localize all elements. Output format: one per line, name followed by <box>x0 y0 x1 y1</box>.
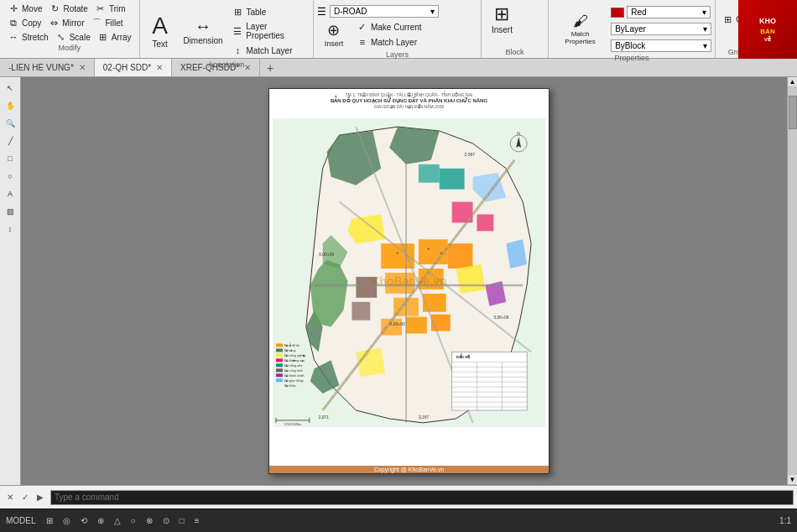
svg-rect-27 <box>352 302 370 321</box>
layer-dropdown[interactable]: D-ROAD ▾ <box>330 5 439 18</box>
block-label: Block <box>485 48 544 56</box>
move-button[interactable]: ✛ Move <box>5 2 44 15</box>
block-group: ⊞ Insert Block <box>482 0 549 58</box>
table-icon: ⊞ <box>232 6 243 18</box>
dimension-icon: ↔ <box>195 18 211 34</box>
text-icon: A <box>152 14 168 38</box>
map-svg: 2,567 X,00+00 5,06+06 2,971 3,167 X,00+0… <box>273 114 545 431</box>
svg-rect-23 <box>440 169 465 190</box>
properties-status[interactable]: ≡ <box>192 514 202 527</box>
match-layer2-button[interactable]: ≡ Match Layer <box>354 35 425 49</box>
selection-status[interactable]: □ <box>177 514 187 527</box>
zoom-level[interactable]: 1:1 <box>777 514 794 527</box>
stretch-button[interactable]: ↔ Stretch <box>5 30 51 44</box>
layer-icon: ☰ <box>317 6 326 18</box>
color-dropdown[interactable]: Red ▾ <box>627 6 711 18</box>
make-current-button[interactable]: ✓ Make Current <box>354 20 425 34</box>
lineweight-dropdown[interactable]: ByBlock ▾ <box>611 39 711 52</box>
khobanve-logo: KHO BÁN VẼ <box>738 0 797 59</box>
ortho-status[interactable]: ⟲ <box>78 514 90 527</box>
svg-rect-72 <box>276 368 283 372</box>
svg-text:Đất thương mại: Đất thương mại <box>284 359 305 362</box>
insert-button[interactable]: ⊕ Insert <box>317 19 351 50</box>
color-swatch <box>611 8 624 18</box>
trim-button[interactable]: ✂ Trim <box>92 2 128 15</box>
properties-group: 🖌 Match Properties Red ▾ ByLayer ▾ <box>549 0 716 58</box>
mirror-icon: ⇔ <box>48 17 60 29</box>
select-tool[interactable]: ↖ <box>2 81 18 96</box>
cmd-check-button[interactable]: ✓ <box>18 491 32 504</box>
svg-text:2,567: 2,567 <box>465 153 476 157</box>
grid-status[interactable]: ⊞ <box>44 514 55 527</box>
table-button[interactable]: ⊞ Table <box>229 5 310 18</box>
dim-tool[interactable]: ↕ <box>2 222 18 237</box>
svg-text:2,971: 2,971 <box>319 415 330 420</box>
snap-status[interactable]: ◎ <box>60 514 73 527</box>
scroll-up[interactable]: ▲ <box>788 77 797 87</box>
fillet-button[interactable]: ⌒ Fillet <box>88 16 125 29</box>
rect-tool[interactable]: □ <box>2 151 18 166</box>
otrack-status[interactable]: ○ <box>128 514 138 527</box>
scroll-down[interactable]: ▼ <box>788 475 797 485</box>
make-current-icon: ✓ <box>357 21 368 33</box>
hatch-tool[interactable]: ▨ <box>2 204 18 219</box>
scroll-thumb[interactable] <box>789 96 797 129</box>
pan-tool[interactable]: ✋ <box>2 98 18 113</box>
svg-text:⊙: ⊙ <box>440 251 442 255</box>
scroll-track[interactable] <box>788 87 797 475</box>
svg-rect-22 <box>477 214 494 231</box>
lineweight-status[interactable]: ⊗ <box>143 514 155 527</box>
match-layer-icon: ↕ <box>232 44 243 56</box>
annotation-group: A Text ↔ Dimension ⊞ Table ☰ Layer Prope… <box>140 0 314 58</box>
cmd-x-button[interactable]: ✕ <box>3 491 17 504</box>
transparency-status[interactable]: ⊙ <box>160 514 172 527</box>
svg-text:Đất khác: Đất khác <box>284 384 296 388</box>
copyright-bar: Copyright @ KhoBanVe.vn <box>269 466 549 473</box>
insert-block-icon: ⊞ <box>494 5 509 23</box>
zoom-tool[interactable]: 🔍 <box>2 116 18 131</box>
svg-rect-16 <box>406 317 427 334</box>
line-tool[interactable]: ╱ <box>2 133 18 149</box>
group-icon: ⊞ <box>721 14 733 26</box>
circle-tool[interactable]: ○ <box>2 169 18 184</box>
layers-group: ☰ D-ROAD ▾ ⊕ Insert ✓ Make Current ≡ Mat… <box>314 0 482 58</box>
modify-group: ✛ Move ↻ Rotate ✂ Trim ⧉ Copy ⇔ <box>0 0 140 58</box>
right-scrollbar[interactable]: ▲ ▼ <box>787 77 797 485</box>
layer-props-icon: ☰ <box>232 25 243 37</box>
match-layer2-icon: ≡ <box>357 36 368 48</box>
copy-button[interactable]: ⧉ Copy <box>5 16 44 29</box>
map-title-line3: GIAI ĐOẠN DÀI HẠN ĐẾN NĂM 2030 <box>273 104 545 110</box>
insert-block-button[interactable]: ⊞ Insert <box>485 2 519 38</box>
text-button[interactable]: A Text <box>143 2 177 60</box>
trim-icon: ✂ <box>95 3 107 14</box>
svg-text:Đất rừng: Đất rừng <box>284 349 296 352</box>
osnap-status[interactable]: △ <box>112 514 123 527</box>
text-tool[interactable]: A <box>2 186 18 201</box>
svg-rect-78 <box>276 383 283 387</box>
svg-rect-26 <box>356 277 377 298</box>
svg-rect-62 <box>276 343 283 347</box>
rotate-button[interactable]: ↻ Rotate <box>46 2 90 15</box>
status-bar: MODEL ⊞ ◎ ⟲ ⊕ △ ○ ⊗ ⊙ □ ≡ 1:1 <box>0 509 797 532</box>
svg-rect-66 <box>276 353 283 357</box>
move-icon: ✛ <box>8 3 19 14</box>
annotation-label: Annotation <box>143 60 310 69</box>
chevron-down-icon: ▾ <box>430 7 435 16</box>
mirror-button[interactable]: ⇔ Mirror <box>45 16 86 29</box>
svg-rect-68 <box>276 358 283 362</box>
model-status[interactable]: MODEL <box>3 514 39 527</box>
array-button[interactable]: ⊞ Array <box>95 30 134 44</box>
insert-icon: ⊕ <box>327 21 340 39</box>
canvas-area[interactable]: TM 1: TRẦN BÌNH QUÂN - TÀI LIỆU BÌNH QUÂ… <box>21 77 797 485</box>
svg-rect-12 <box>448 243 473 269</box>
dimension-button[interactable]: ↔ Dimension <box>177 2 230 60</box>
polar-status[interactable]: ⊕ <box>95 514 107 527</box>
match-props-button[interactable]: 🖌 Match Properties <box>552 11 608 47</box>
scale-button[interactable]: ⤡ Scale <box>53 30 93 44</box>
layer-properties-button[interactable]: ☰ Layer Properties <box>229 21 310 41</box>
close-tab-0[interactable]: ✕ <box>79 63 86 72</box>
command-input[interactable] <box>50 490 794 505</box>
match-layer-button[interactable]: ↕ Match Layer <box>229 44 310 57</box>
tab-lien-he-vung[interactable]: -LIEN HE VUNG* ✕ <box>0 59 95 76</box>
linetype-dropdown[interactable]: ByLayer ▾ <box>611 23 711 35</box>
